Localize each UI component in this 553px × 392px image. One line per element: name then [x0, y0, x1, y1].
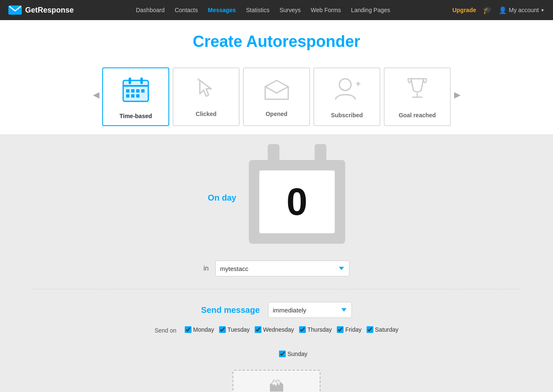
- trigger-carousel: ◀: [90, 63, 463, 126]
- trigger-card-clicked[interactable]: Clicked: [173, 67, 240, 126]
- sunday-label: Sunday: [287, 351, 307, 357]
- logo-icon: [8, 5, 22, 15]
- send-message-select[interactable]: immediately at specific time: [268, 302, 352, 318]
- nav-messages[interactable]: Messages: [208, 7, 236, 13]
- navbar-right: Upgrade 🎓 👤 My account ▼: [452, 5, 545, 15]
- svg-rect-8: [136, 89, 140, 93]
- trigger-card-opened-label: Opened: [266, 111, 287, 117]
- friday-label: Friday: [345, 326, 362, 333]
- thursday-label: Thursday: [308, 326, 332, 333]
- svg-point-14: [339, 79, 351, 90]
- trigger-card-goal-reached-label: Goal reached: [399, 112, 436, 119]
- account-label: My account: [509, 7, 539, 13]
- day-wednesday[interactable]: Wednesday: [255, 326, 294, 333]
- navbar: GetResponse Dashboard Contacts Messages …: [0, 0, 553, 20]
- svg-rect-12: [136, 94, 140, 98]
- send-on-row2: Sunday: [8, 351, 545, 357]
- trophy-icon: [405, 75, 430, 108]
- calendar-inner: 0: [259, 170, 335, 233]
- message-placeholder[interactable]: 🏔: [233, 370, 320, 392]
- carousel-next-button[interactable]: ▶: [451, 84, 463, 105]
- send-message-label: Send message: [201, 305, 260, 315]
- envelope-open-icon: [263, 76, 290, 106]
- image-placeholder-icon: 🏔: [269, 378, 284, 392]
- in-label: in: [204, 265, 209, 272]
- day-thursday[interactable]: Thursday: [299, 326, 332, 333]
- page-title-section: Create Autoresponder: [0, 20, 553, 59]
- svg-rect-3: [123, 85, 148, 87]
- trigger-card-time-based[interactable]: Time-based: [102, 67, 169, 126]
- nav-contacts[interactable]: Contacts: [175, 7, 198, 13]
- trigger-card-clicked-label: Clicked: [196, 111, 217, 117]
- carousel-prev-button[interactable]: ◀: [90, 84, 102, 105]
- day-saturday[interactable]: Saturday: [367, 326, 398, 333]
- send-on-wrapper: Send on Monday Tuesday Wednesday Thursda…: [8, 326, 545, 346]
- svg-rect-5: [140, 77, 143, 84]
- trigger-card-time-based-label: Time-based: [119, 113, 152, 119]
- day-tuesday[interactable]: Tuesday: [219, 326, 250, 333]
- calendar-icon: [121, 74, 150, 108]
- tuesday-label: Tuesday: [227, 326, 250, 333]
- trigger-cards: Time-based Clicked: [102, 63, 451, 126]
- graduate-icon[interactable]: 🎓: [483, 5, 492, 15]
- day-monday[interactable]: Monday: [185, 326, 214, 333]
- on-day-section: On day 0: [8, 152, 545, 244]
- send-on-label: Send on: [155, 326, 176, 334]
- nav-landingpages[interactable]: Landing Pages: [351, 7, 390, 13]
- trigger-card-subscribed-label: Subscribed: [331, 112, 363, 119]
- monday-checkbox[interactable]: [185, 326, 191, 333]
- calendar-body: 0: [249, 160, 345, 244]
- trigger-card-subscribed[interactable]: Subscribed: [313, 67, 380, 126]
- send-message-row: Send message immediately at specific tim…: [8, 302, 545, 318]
- section-divider: [34, 289, 519, 289]
- svg-rect-9: [141, 89, 145, 93]
- brand-logo[interactable]: GetResponse: [8, 5, 74, 15]
- page-title: Create Autoresponder: [0, 33, 553, 51]
- in-row: in mytestacc: [8, 260, 545, 276]
- nav-webforms[interactable]: Web Forms: [311, 7, 341, 13]
- trigger-card-opened[interactable]: Opened: [243, 67, 310, 126]
- wednesday-label: Wednesday: [263, 326, 294, 333]
- day-value: 0: [287, 183, 308, 221]
- svg-rect-4: [129, 77, 131, 84]
- brand-name: GetResponse: [25, 6, 74, 15]
- saturday-checkbox[interactable]: [367, 326, 373, 333]
- user-icon: 👤: [499, 6, 507, 14]
- nav-links: Dashboard Contacts Messages Statistics S…: [136, 7, 390, 13]
- friday-checkbox[interactable]: [337, 326, 344, 333]
- svg-rect-6: [126, 89, 129, 93]
- thursday-checkbox[interactable]: [299, 326, 306, 333]
- nav-statistics[interactable]: Statistics: [246, 7, 269, 13]
- tuesday-checkbox[interactable]: [219, 326, 226, 333]
- card-down-arrow: [170, 126, 183, 134]
- day-sunday[interactable]: Sunday: [279, 351, 307, 357]
- upgrade-link[interactable]: Upgrade: [452, 7, 476, 13]
- cursor-icon: [194, 76, 219, 106]
- trigger-card-goal-reached[interactable]: Goal reached: [384, 67, 451, 126]
- list-select[interactable]: mytestacc: [215, 260, 349, 276]
- sunday-checkbox[interactable]: [279, 351, 286, 357]
- wednesday-checkbox[interactable]: [255, 326, 261, 333]
- svg-rect-11: [131, 94, 134, 98]
- day-friday[interactable]: Friday: [337, 326, 362, 333]
- send-on-row: Send on Monday Tuesday Wednesday Thursda…: [155, 326, 398, 334]
- user-add-icon: [333, 75, 361, 108]
- nav-dashboard[interactable]: Dashboard: [136, 7, 165, 13]
- svg-rect-7: [131, 89, 134, 93]
- monday-label: Monday: [193, 326, 214, 333]
- nav-surveys[interactable]: Surveys: [279, 7, 301, 13]
- main-gray-section: On day 0 in mytestacc Send message immed…: [0, 134, 553, 392]
- arrow-section: [0, 126, 553, 134]
- account-button[interactable]: 👤 My account ▼: [499, 6, 545, 14]
- svg-rect-10: [126, 94, 129, 98]
- saturday-label: Saturday: [375, 326, 398, 333]
- trigger-section: ◀: [0, 59, 553, 126]
- day-calendar-widget: 0: [249, 152, 345, 244]
- on-day-label: On day: [208, 193, 236, 203]
- svg-point-13: [197, 78, 200, 81]
- chevron-down-icon: ▼: [540, 8, 545, 13]
